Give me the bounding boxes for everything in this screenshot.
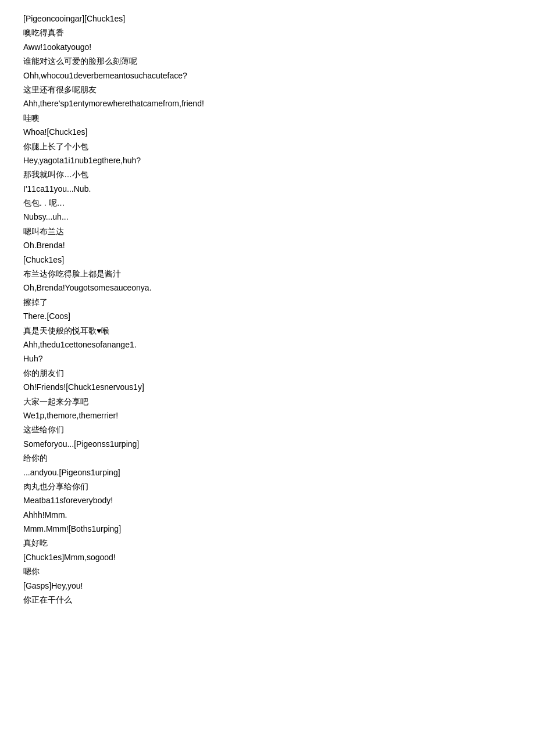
subtitle-line-21: 擦掉了: [23, 295, 512, 309]
subtitle-line-8: 哇噢: [23, 111, 512, 125]
subtitle-line-33: ...andyou.[Pigeons1urping]: [23, 465, 512, 479]
subtitle-line-30: 这些给你们: [23, 422, 512, 436]
subtitle-line-12: 那我就叫你…小包: [23, 167, 512, 181]
subtitle-line-4: 谁能对这么可爱的脸那么刻薄呢: [23, 54, 512, 68]
subtitle-line-40: 嗯你: [23, 564, 512, 578]
subtitle-line-23: 真是天使般的悦耳歌♥喉: [23, 324, 512, 338]
subtitle-line-41: [Gasps]Hey,you!: [23, 579, 512, 593]
subtitle-line-9: Whoa![Chuck1es]: [23, 125, 512, 139]
subtitle-line-27: Oh!Friends![Chuck1esnervous1y]: [23, 380, 512, 394]
subtitle-line-18: [Chuck1es]: [23, 253, 512, 267]
subtitle-line-10: 你腿上长了个小包: [23, 139, 512, 153]
subtitle-line-24: Ahh,thedu1cettonesofanange1.: [23, 338, 512, 352]
subtitle-line-3: Aww!1ookatyougo!: [23, 40, 512, 54]
subtitle-line-35: Meatba11sforeverybody!: [23, 493, 512, 507]
subtitle-line-20: Oh,Brenda!Yougotsomesauceonya.: [23, 281, 512, 295]
subtitle-line-5: Ohh,whocou1deverbemeantosuchacuteface?: [23, 69, 512, 83]
subtitle-line-22: There.[Coos]: [23, 309, 512, 323]
subtitle-line-39: [Chuck1es]Mmm,sogood!: [23, 550, 512, 564]
subtitle-line-32: 给你的: [23, 451, 512, 465]
subtitle-line-13: I'11ca11you...Nub.: [23, 182, 512, 196]
subtitle-line-31: Someforyou...[Pigeonss1urping]: [23, 437, 512, 451]
subtitle-line-42: 你正在干什么: [23, 593, 512, 607]
subtitle-line-1: [Pigeoncooingar][Chuck1es]: [23, 12, 512, 26]
subtitle-line-2: 噢吃得真香: [23, 26, 512, 40]
subtitle-line-25: Huh?: [23, 352, 512, 366]
subtitle-line-36: Ahhh!Mmm.: [23, 508, 512, 522]
subtitle-line-7: Ahh,there'sp1entymorewherethatcamefrom,f…: [23, 96, 512, 110]
subtitle-line-11: Hey,yagota1i1nub1egthere,huh?: [23, 153, 512, 167]
subtitle-line-26: 你的朋友们: [23, 366, 512, 380]
subtitle-line-29: We1p,themore,themerrier!: [23, 409, 512, 422]
subtitle-line-15: Nubsy...uh...: [23, 210, 512, 224]
subtitle-content: [Pigeoncooingar][Chuck1es]噢吃得真香Aww!1ooka…: [23, 12, 512, 607]
subtitle-line-19: 布兰达你吃得脸上都是酱汁: [23, 267, 512, 281]
subtitle-line-14: 包包. . 呢…: [23, 196, 512, 210]
subtitle-line-17: Oh.Brenda!: [23, 238, 512, 252]
subtitle-line-28: 大家一起来分享吧: [23, 395, 512, 409]
subtitle-line-6: 这里还有很多呢朋友: [23, 83, 512, 96]
subtitle-line-37: Mmm.Mmm![Boths1urping]: [23, 522, 512, 536]
subtitle-line-34: 肉丸也分享给你们: [23, 479, 512, 493]
subtitle-line-16: 嗯叫布兰达: [23, 224, 512, 238]
subtitle-line-38: 真好吃: [23, 536, 512, 550]
